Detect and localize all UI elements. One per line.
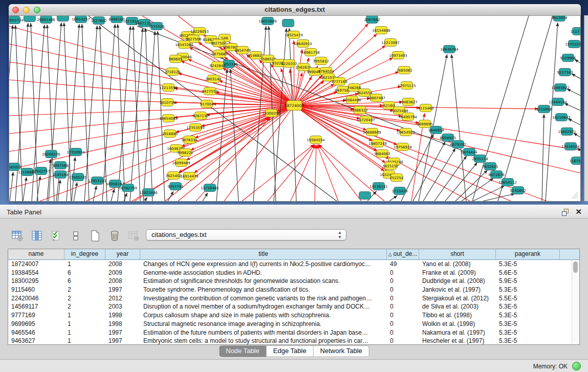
table-cell[interactable]: 5.3E-5 <box>496 337 560 345</box>
network-canvas[interactable]: 2405572420691406106532571527602646616010… <box>9 16 581 202</box>
graph-node[interactable] <box>24 16 36 22</box>
table-selector-dropdown[interactable]: citations_edges.txt ▲▼ <box>146 229 346 240</box>
table-cell[interactable]: Disruption of a novel member of a sodium… <box>140 302 387 311</box>
row-height-icon[interactable] <box>70 230 82 242</box>
table-cell[interactable]: 9465546 <box>8 329 64 337</box>
float-window-icon[interactable] <box>562 209 569 215</box>
graph-node[interactable] <box>359 192 371 200</box>
tab-node-table[interactable]: Node Table <box>219 346 267 357</box>
table-cell[interactable]: 1997 <box>105 286 140 294</box>
table-cell[interactable]: 2008 <box>105 277 140 286</box>
graph-edge[interactable] <box>118 24 125 201</box>
tab-edge-table[interactable]: Edge Table <box>267 346 314 357</box>
delete-rows-icon[interactable] <box>108 230 121 242</box>
column-header-name[interactable]: name <box>8 249 64 259</box>
table-cell[interactable]: 0 <box>387 320 419 329</box>
table-settings-icon[interactable] <box>11 230 24 242</box>
table-cell[interactable]: 9699695 <box>8 320 64 329</box>
table-cell[interactable]: Tibbo et al. (1998) <box>419 311 496 320</box>
table-cell[interactable]: 22420046 <box>8 294 64 303</box>
table-cell[interactable]: 5.3E-5 <box>496 286 560 294</box>
table-cell[interactable]: 0 <box>387 294 419 303</box>
table-cell[interactable]: 5.3E-5 <box>496 260 560 269</box>
column-header-out-de-[interactable]: △out_de... <box>387 249 419 259</box>
table-cell[interactable]: Structural magnetic resonance image aver… <box>140 320 387 329</box>
table-cell[interactable]: 1 <box>64 337 105 345</box>
table-cell[interactable]: 2012 <box>105 294 140 303</box>
table-cell[interactable]: 2 <box>64 302 105 311</box>
table-cell[interactable]: 18300295 <box>8 277 64 286</box>
table-row[interactable]: 1830029562008Estimation of significance … <box>8 277 579 286</box>
table-cell[interactable]: Corpus callosum shape and size in male p… <box>140 311 387 320</box>
memory-status-indicator[interactable] <box>572 362 581 370</box>
table-cell[interactable]: 18724007 <box>8 260 64 269</box>
column-header-short[interactable]: short <box>419 249 496 259</box>
table-cell[interactable]: Stergiakouli et al. (2012) <box>419 294 496 303</box>
table-cell[interactable]: 9115460 <box>8 286 64 294</box>
graph-edge[interactable] <box>294 40 294 105</box>
table-scrollbar[interactable] <box>572 260 579 344</box>
table-cell[interactable]: Changes of HCN gene expression and I(f) … <box>140 260 387 269</box>
column-header-pagerank[interactable]: pagerank <box>496 249 560 259</box>
column-header-year[interactable]: year <box>105 249 140 259</box>
table-cell[interactable]: Estimation of significance thresholds fo… <box>140 277 387 286</box>
table-cell[interactable]: 1997 <box>105 329 140 337</box>
table-cell[interactable]: 9463627 <box>8 337 64 345</box>
table-cell[interactable]: 5.6E-5 <box>496 269 560 277</box>
graph-edge[interactable] <box>318 145 361 201</box>
table-cell[interactable]: 6 <box>64 277 105 286</box>
table-row[interactable]: 946362711997Embryonic stem cells: a mode… <box>8 337 579 345</box>
graph-edge[interactable] <box>473 186 505 201</box>
table-cell[interactable]: 0 <box>387 337 419 345</box>
network-graph[interactable]: 2405572420691406106532571527602646616010… <box>9 16 580 201</box>
table-cell[interactable]: Wolkin et al. (1998) <box>419 320 496 329</box>
table-cell[interactable]: 6 <box>64 269 105 277</box>
table-cell[interactable]: Embryonic stem cells: a model to study s… <box>140 337 387 345</box>
row-select-icon[interactable] <box>50 230 62 242</box>
table-cell[interactable]: Nakamura et al. (1997) <box>419 329 496 337</box>
table-cell[interactable]: 1998 <box>105 320 140 329</box>
table-cell[interactable]: 1 <box>64 260 105 269</box>
table-row[interactable]: 1872400712008Changes of HCN gene express… <box>8 260 579 269</box>
graph-edge[interactable] <box>575 59 580 74</box>
column-header-in-degree[interactable]: in_degree <box>64 249 105 259</box>
table-cell[interactable]: 0 <box>387 329 419 337</box>
column-visibility-icon[interactable] <box>31 230 43 242</box>
table-cell[interactable]: Yano et al. (2008) <box>419 260 496 269</box>
table-cell[interactable]: 5.3E-5 <box>496 320 560 329</box>
table-cell[interactable]: 49 <box>387 260 419 269</box>
table-cell[interactable]: 14569117 <box>8 302 64 311</box>
table-cell[interactable]: 19384554 <box>8 269 64 277</box>
table-cell[interactable]: 5.5E-5 <box>496 294 560 303</box>
table-row[interactable]: 911546021997Tourette syndrome. Phenomeno… <box>8 286 579 294</box>
table-cell[interactable]: de Silva et al. (2003) <box>419 302 496 311</box>
table-cell[interactable]: 9777169 <box>8 311 64 320</box>
graph-edge[interactable] <box>102 24 115 201</box>
table-cell[interactable]: 5.3E-5 <box>496 302 560 311</box>
graph-edge[interactable] <box>100 26 107 201</box>
table-cell[interactable]: 0 <box>387 277 419 286</box>
table-cell[interactable]: 5.3E-5 <box>496 329 560 337</box>
table-cell[interactable]: 2009 <box>105 269 140 277</box>
graph-edge[interactable] <box>317 145 338 201</box>
table-cell[interactable]: 2 <box>64 286 105 294</box>
table-row[interactable]: 946554611997Estimation of the future num… <box>8 329 579 337</box>
table-cell[interactable]: Tourette syndrome. Phenomenology and cla… <box>140 286 387 294</box>
table-row[interactable]: 1456911722003Disruption of a novel membe… <box>8 302 579 311</box>
graph-node[interactable] <box>57 16 69 21</box>
graph-edge[interactable] <box>9 105 294 116</box>
table-cell[interactable]: 0 <box>387 311 419 320</box>
window-titlebar[interactable]: citations_edges.txt <box>9 4 581 16</box>
table-cell[interactable]: 2008 <box>105 260 140 269</box>
graph-edge[interactable] <box>23 177 27 201</box>
graph-edge[interactable] <box>143 31 155 201</box>
table-cell[interactable]: 0 <box>387 269 419 277</box>
table-row[interactable]: 2242004622012Investigating the contribut… <box>8 294 579 303</box>
graph-edge[interactable] <box>145 28 153 201</box>
panel-splitter-handle[interactable]: ▴▾ <box>290 201 297 205</box>
table-panel-header[interactable]: Table Panel ✕ <box>0 205 588 218</box>
table-cell[interactable]: Dudbridge et al. (2008) <box>419 277 496 286</box>
table-cell[interactable]: Jankovic et al. (1997) <box>419 286 496 294</box>
table-cell[interactable]: 1 <box>64 311 105 320</box>
table-cell[interactable]: 0 <box>387 286 419 294</box>
